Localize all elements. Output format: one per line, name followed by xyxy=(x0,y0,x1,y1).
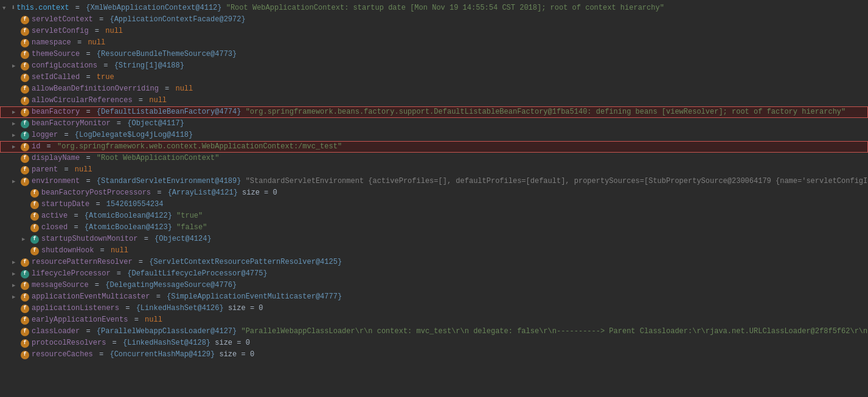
field-icon-namespace: f xyxy=(21,39,29,47)
field-icon-servletContext: f xyxy=(21,16,29,24)
tree-row-applicationListeners: fapplicationListeners = {LinkedHashSet@4… xyxy=(0,303,868,314)
tree-row-earlyApplicationEvents: fearlyApplicationEvents = null xyxy=(0,314,868,326)
field-icon-active: f xyxy=(30,212,39,221)
field-icon-messageSource: f xyxy=(21,281,29,290)
expand-arrow-applicationEventMulticaster[interactable] xyxy=(12,291,21,303)
field-icon-closed: f xyxy=(30,224,39,232)
row-content-this-context: this.context = {XmlWebApplicationContext… xyxy=(16,2,664,14)
field-icon-resourcePatternResolver: f xyxy=(21,258,29,267)
var-name: applicationListeners xyxy=(32,304,119,312)
row-content-setIdCalled: setIdCalled = true xyxy=(32,72,114,83)
field-icon-setIdCalled: f xyxy=(21,74,29,82)
var-name: messageSource xyxy=(32,281,89,289)
tree-row-environment: fenvironment = {StandardServletEnvironme… xyxy=(0,176,868,187)
row-content-beanFactoryPostProcessors: beanFactoryPostProcessors = {ArrayList@4… xyxy=(41,187,277,199)
expand-arrow-environment[interactable] xyxy=(12,176,21,187)
row-content-displayName: displayName = "Root WebApplicationContex… xyxy=(32,153,219,164)
var-name: applicationEventMulticaster xyxy=(32,292,150,301)
expand-arrow-beanFactoryMonitor[interactable] xyxy=(12,118,21,129)
row-content-shutdownHook: shutdownHook = null xyxy=(41,245,128,257)
field-icon-applicationEventMulticaster: f xyxy=(21,293,29,302)
tree-row-shutdownHook: fshutdownHook = null xyxy=(0,245,868,257)
tree-row-setIdCalled: fsetIdCalled = true xyxy=(0,72,868,83)
field-icon-themeSource: f xyxy=(21,50,29,59)
expand-arrow-configLocations[interactable] xyxy=(12,60,21,72)
var-name: allowBeanDefinitionOverriding xyxy=(32,85,159,93)
var-name: setIdCalled xyxy=(32,73,80,81)
field-icon-earlyApplicationEvents: f xyxy=(21,316,29,325)
field-icon-resourceCaches: f xyxy=(21,351,29,359)
row-content-lifecycleProcessor: lifecycleProcessor = {DefaultLifecyclePr… xyxy=(32,268,268,280)
var-name: closed xyxy=(41,223,68,232)
expand-arrow-messageSource[interactable] xyxy=(12,280,21,291)
var-name: displayName xyxy=(32,154,80,162)
row-content-protocolResolvers: protocolResolvers = {LinkedHashSet@4128}… xyxy=(32,337,250,349)
row-content-earlyApplicationEvents: earlyApplicationEvents = null xyxy=(32,314,162,326)
field-icon-beanFactoryPostProcessors: f xyxy=(30,189,39,198)
row-content-themeSource: themeSource = {ResourceBundleThemeSource… xyxy=(32,49,237,60)
expand-arrow-startupShutdownMonitor[interactable] xyxy=(22,233,30,245)
var-name: startupDate xyxy=(41,200,89,209)
tree-row-themeSource: fthemeSource = {ResourceBundleThemeSourc… xyxy=(0,49,868,60)
tree-row-logger: flogger = {LogDelegate$Log4jLog@4118} xyxy=(0,129,868,141)
var-name: resourceCaches xyxy=(32,350,93,359)
tree-row-startupShutdownMonitor: fstartupShutdownMonitor = {Object@4124} xyxy=(0,233,868,245)
tree-row-this-context: ⬇ this.context = {XmlWebApplicationConte… xyxy=(0,2,868,14)
row-content-allowCircularReferences: allowCircularReferences = null xyxy=(32,95,167,106)
row-content-servletConfig: servletConfig = null xyxy=(32,26,123,37)
row-content-startupShutdownMonitor: startupShutdownMonitor = {Object@4124} xyxy=(41,233,212,245)
tree-row-applicationEventMulticaster: fapplicationEventMulticaster = {SimpleAp… xyxy=(0,291,868,303)
field-icon-beanFactoryMonitor: f xyxy=(21,120,29,128)
tree-row-beanFactoryPostProcessors: fbeanFactoryPostProcessors = {ArrayList@… xyxy=(0,187,868,199)
row-content-classLoader: classLoader = {ParallelWebappClassLoader… xyxy=(32,326,868,337)
field-icon-allowBeanDefinitionOverriding: f xyxy=(21,85,29,94)
expand-arrow-lifecycleProcessor[interactable] xyxy=(12,268,21,280)
tree-row-beanFactoryMonitor: fbeanFactoryMonitor = {Object@4117} xyxy=(0,118,868,129)
field-icon-startupShutdownMonitor: f xyxy=(30,235,39,244)
row-content-resourcePatternResolver: resourcePatternResolver = {ServletContex… xyxy=(32,257,342,268)
var-name: beanFactoryMonitor xyxy=(32,119,111,128)
tree-row-classLoader: fclassLoader = {ParallelWebappClassLoade… xyxy=(0,326,868,337)
var-name: environment xyxy=(32,177,80,185)
expand-arrow-logger[interactable] xyxy=(12,129,21,141)
field-icon-displayName: f xyxy=(21,154,29,163)
var-name: namespace xyxy=(32,38,71,47)
tree-row-startupDate: fstartupDate = 1542610554234 xyxy=(0,199,868,210)
tree-row-active: factive = {AtomicBoolean@4122} "true" xyxy=(0,210,868,222)
row-content-servletContext: servletContext = {ApplicationContextFaca… xyxy=(32,14,246,26)
var-name: classLoader xyxy=(32,327,80,336)
field-icon-beanFactory: f xyxy=(21,108,29,117)
tree-row-displayName: fdisplayName = "Root WebApplicationConte… xyxy=(0,153,868,164)
tree-row-configLocations: fconfigLocations = {String[1]@4188} xyxy=(0,60,868,72)
expand-arrow-resourcePatternResolver[interactable] xyxy=(12,257,21,268)
field-icon-applicationListeners: f xyxy=(21,305,29,313)
var-name: configLocations xyxy=(32,61,97,70)
var-name: lifecycleProcessor xyxy=(32,269,111,278)
row-content-namespace: namespace = null xyxy=(32,37,105,49)
tree-row-allowCircularReferences: fallowCircularReferences = null xyxy=(0,95,868,106)
row-content-allowBeanDefinitionOverriding: allowBeanDefinitionOverriding = null xyxy=(32,83,193,95)
var-name: beanFactoryPostProcessors xyxy=(41,188,151,197)
field-icon-shutdownHook: f xyxy=(30,247,39,255)
field-icon-configLocations: f xyxy=(21,62,29,71)
row-content-beanFactory: beanFactory = {DefaultListableBeanFactor… xyxy=(32,106,845,118)
var-name: startupShutdownMonitor xyxy=(41,235,137,243)
field-icon-servletConfig: f xyxy=(21,27,29,36)
var-name: shutdownHook xyxy=(41,246,94,255)
var-name: parent xyxy=(32,165,58,174)
tree-row-beanFactory: fbeanFactory = {DefaultListableBeanFacto… xyxy=(0,106,868,118)
expand-arrow-this-context[interactable] xyxy=(2,2,11,14)
field-icon-protocolResolvers: f xyxy=(21,339,29,348)
var-name: resourcePatternResolver xyxy=(32,258,133,266)
tree-row-allowBeanDefinitionOverriding: fallowBeanDefinitionOverriding = null xyxy=(0,83,868,95)
expand-arrow-id[interactable] xyxy=(12,141,21,153)
var-name: earlyApplicationEvents xyxy=(32,316,128,324)
field-icon-environment: f xyxy=(21,178,29,186)
row-content-resourceCaches: resourceCaches = {ConcurrentHashMap@4129… xyxy=(32,349,254,361)
row-content-parent: parent = null xyxy=(32,164,92,176)
var-name: logger xyxy=(32,131,58,139)
row-content-closed: closed = {AtomicBoolean@4123} "false" xyxy=(41,222,207,233)
var-name: beanFactory xyxy=(32,108,80,116)
field-icon-parent: f xyxy=(21,166,29,174)
expand-arrow-beanFactory[interactable] xyxy=(12,106,21,118)
